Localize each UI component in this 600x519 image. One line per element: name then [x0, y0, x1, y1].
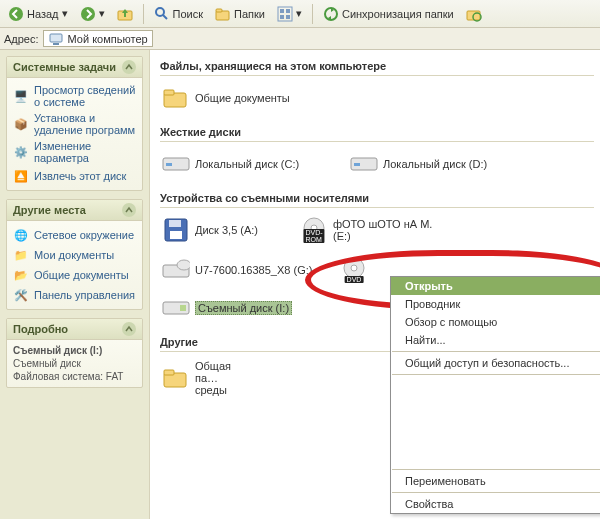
- panel-details: Подробно Съемный диск (I:) Съемный диск …: [6, 318, 143, 388]
- svg-line-4: [163, 15, 167, 19]
- place-network[interactable]: 🌐Сетевое окружение: [13, 225, 136, 245]
- panel-system-tasks: Системные задачи 🖥️Просмотр сведений о с…: [6, 56, 143, 191]
- drive-icon: [162, 256, 190, 284]
- separator: [312, 4, 313, 24]
- network-icon: 🌐: [13, 227, 29, 243]
- menu-share[interactable]: Общий доступ и безопасность...: [391, 354, 600, 372]
- dropdown-icon: ▾: [296, 7, 302, 20]
- item-other-env[interactable]: Общая па… среды: [162, 360, 242, 396]
- svg-rect-11: [286, 15, 290, 19]
- place-shared[interactable]: 📂Общие документы: [13, 265, 136, 285]
- task-system-info[interactable]: 🖥️Просмотр сведений о системе: [13, 82, 136, 110]
- views-button[interactable]: ▾: [273, 4, 306, 24]
- svg-rect-33: [180, 305, 186, 311]
- group-hdd: Жесткие диски: [160, 126, 594, 142]
- sidebar: Системные задачи 🖥️Просмотр сведений о с…: [0, 50, 150, 519]
- menu-separator: [392, 351, 600, 352]
- menu-explorer[interactable]: Проводник: [391, 295, 600, 313]
- sync-label: Синхронизация папки: [342, 8, 454, 20]
- item-hdd-d[interactable]: Локальный диск (D:): [350, 150, 520, 178]
- sync-icon: [323, 6, 339, 22]
- details-fs: Файловая система: FAT: [13, 370, 136, 383]
- item-hdd-c[interactable]: Локальный диск (C:): [162, 150, 332, 178]
- menu-rename[interactable]: Переименовать: [391, 472, 600, 490]
- hdd-icon: [162, 150, 190, 178]
- folder-icon: [162, 364, 190, 392]
- folders-label: Папки: [234, 8, 265, 20]
- search-label: Поиск: [173, 8, 203, 20]
- selected-item-label: Съемный диск (I:): [195, 301, 292, 315]
- forward-button[interactable]: ▾: [76, 4, 109, 24]
- menu-separator: [392, 374, 600, 375]
- chevron-up-icon: [122, 322, 136, 336]
- panel-header[interactable]: Системные задачи: [7, 57, 142, 78]
- svg-rect-8: [280, 9, 284, 13]
- hdd-icon: [350, 150, 378, 178]
- item-dvd-extra[interactable]: DVD: [340, 256, 370, 284]
- removable-drive-icon: [162, 294, 190, 322]
- address-bar: Адрес: Мой компьютер: [0, 28, 600, 50]
- context-menu: Открыть Проводник Обзор с помощью Найти.…: [390, 276, 600, 514]
- programs-icon: 📦: [13, 116, 29, 132]
- menu-overview[interactable]: Обзор с помощью: [391, 313, 600, 331]
- item-floppy[interactable]: Диск 3,5 (A:): [162, 216, 282, 244]
- address-label: Адрес:: [4, 33, 39, 45]
- svg-point-0: [9, 7, 23, 21]
- folder-shared-icon: [162, 84, 190, 112]
- svg-point-3: [156, 8, 164, 16]
- folder-up-icon: [117, 6, 133, 22]
- folders-button[interactable]: Папки: [211, 4, 269, 24]
- svg-point-29: [177, 260, 190, 270]
- toolbar: Назад ▾ ▾ Поиск Папки ▾ Синхронизация па…: [0, 0, 600, 28]
- sync-extra-button[interactable]: [462, 4, 486, 24]
- up-button[interactable]: [113, 4, 137, 24]
- back-icon: [8, 6, 24, 22]
- menu-find[interactable]: Найти...: [391, 331, 600, 349]
- panel-title: Подробно: [13, 323, 68, 335]
- chevron-up-icon: [122, 60, 136, 74]
- panel-title: Системные задачи: [13, 61, 116, 73]
- place-control[interactable]: 🛠️Панель управления: [13, 285, 136, 305]
- details-name: Съемный диск (I:): [13, 344, 136, 357]
- back-button[interactable]: Назад ▾: [4, 4, 72, 24]
- item-dvd-e[interactable]: DVD-ROM фОТО шОТО нА М. (E:): [300, 216, 450, 244]
- svg-rect-10: [280, 15, 284, 19]
- back-label: Назад: [27, 8, 59, 20]
- panel-other-places: Другие места 🌐Сетевое окружение 📁Мои док…: [6, 199, 143, 310]
- search-button[interactable]: Поиск: [150, 4, 207, 24]
- panel-header[interactable]: Другие места: [7, 200, 142, 221]
- address-field[interactable]: Мой компьютер: [43, 30, 153, 47]
- place-mydocs[interactable]: 📁Мои документы: [13, 245, 136, 265]
- floppy-icon: [162, 216, 190, 244]
- computer-icon: [48, 31, 64, 47]
- eject-icon: ⏏️: [13, 168, 29, 184]
- svg-point-31: [351, 265, 357, 271]
- task-eject[interactable]: ⏏️Извлечь этот диск: [13, 166, 136, 186]
- search-icon: [154, 6, 170, 22]
- svg-rect-25: [170, 231, 182, 239]
- item-dvd-g[interactable]: U7-7600.16385_X8 (G:): [162, 256, 322, 284]
- menu-blank: [391, 377, 600, 467]
- svg-rect-35: [164, 370, 174, 375]
- panel-header[interactable]: Подробно: [7, 319, 142, 340]
- group-files: Файлы, хранящиеся на этом компьютере: [160, 60, 594, 76]
- mydocs-icon: 📁: [13, 247, 29, 263]
- menu-separator: [392, 469, 600, 470]
- svg-rect-24: [169, 220, 181, 227]
- sync-button[interactable]: Синхронизация папки: [319, 4, 458, 24]
- content-pane: Файлы, хранящиеся на этом компьютере Общ…: [150, 50, 600, 519]
- settings-icon: ⚙️: [13, 144, 29, 160]
- menu-open[interactable]: Открыть: [391, 277, 600, 295]
- item-shared-docs[interactable]: Общие документы: [162, 84, 332, 112]
- item-removable-i[interactable]: Съемный диск (I:): [162, 294, 332, 322]
- task-add-remove[interactable]: 📦Установка и удаление программ: [13, 110, 136, 138]
- views-icon: [277, 6, 293, 22]
- group-removable: Устройства со съемными носителями: [160, 192, 594, 208]
- menu-properties[interactable]: Свойства: [391, 495, 600, 513]
- menu-separator: [392, 492, 600, 493]
- svg-rect-18: [164, 90, 174, 95]
- svg-point-1: [81, 7, 95, 21]
- dropdown-icon: ▾: [99, 7, 105, 20]
- task-change-setting[interactable]: ⚙️Изменение параметра: [13, 138, 136, 166]
- details-type: Съемный диск: [13, 357, 136, 370]
